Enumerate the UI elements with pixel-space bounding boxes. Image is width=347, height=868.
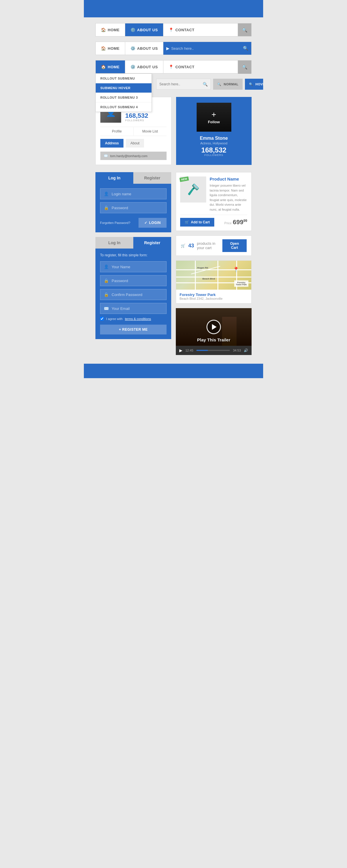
email-icon: ✉️ <box>104 154 108 158</box>
terms-text: I agree with <box>106 317 123 320</box>
map-card: Hogan Rd Beach Blvd Forestry Tower Park … <box>176 260 252 304</box>
follow-card: + Follow Emma Stone Actress, Hollywood 1… <box>176 97 252 165</box>
follow-role: Actress, Hollywood <box>200 142 228 145</box>
cart-icon-row: 🛒 <box>181 244 185 248</box>
cart-row: 🛒 43 products in your cart Open Cart <box>176 236 252 256</box>
price-amount: 69999 <box>233 219 247 225</box>
login-box: Log In Register 👤 🔒 Forgotten Password? <box>95 172 171 232</box>
map-info: Forestry Tower Park Beach Blvd 2342, Jac… <box>176 290 251 303</box>
lock-icon-reg: 🔒 <box>104 278 109 283</box>
check-icon: ✓ <box>144 221 148 225</box>
video-play-icon[interactable]: ▶ <box>179 348 183 353</box>
nav-search-btn-3[interactable]: 🔍 <box>238 60 251 74</box>
follow-photo: + Follow <box>197 103 231 132</box>
add-to-cart-btn[interactable]: 🛒 Add to Cart <box>180 218 214 226</box>
nav-home-1[interactable]: 🏠 HOME <box>96 24 125 36</box>
nav-bar-2: 🏠 HOME ⚙️ ABOUT US ▶ 🔍 <box>95 42 252 55</box>
road-v2 <box>217 261 218 290</box>
terms-link[interactable]: terms & conditions <box>125 317 151 320</box>
register-name-input[interactable] <box>112 265 163 269</box>
follow-text: Follow <box>208 120 220 124</box>
map-label-1: Hogan Rd <box>197 267 208 269</box>
volume-icon[interactable]: 🔊 <box>244 348 248 352</box>
tab-profile[interactable]: Profile <box>100 127 134 136</box>
follow-count-label: FOLLOWERS <box>204 154 223 157</box>
video-card: Play This Trailer ▶ 12:45 34:53 🔊 <box>176 308 252 355</box>
map-location-box: Forestry Tower Park <box>234 280 248 287</box>
video-progress-bar[interactable] <box>196 350 230 351</box>
nav-bar-1: 🏠 HOME ⚙️ ABOUT US 📍 CONTACT 🔍 <box>95 23 252 36</box>
search-arrow-icon: ▶ <box>166 46 169 51</box>
login-password-input[interactable] <box>112 206 163 210</box>
home-icon-1: 🏠 <box>101 28 106 32</box>
search-input-2[interactable] <box>171 46 241 51</box>
search-icon-hover: 🔍 <box>249 83 253 86</box>
search-icon-2[interactable]: 🔍 <box>243 46 248 51</box>
nav-aboutus-2[interactable]: ⚙️ ABOUT US <box>125 42 163 55</box>
nav-contact-3[interactable]: 📍 CONTACT <box>163 60 238 73</box>
cart-icon-btn: 🛒 <box>185 220 189 224</box>
register-confirm-input[interactable] <box>112 292 163 297</box>
profile-followers-label: FOLLOWERS <box>125 119 166 122</box>
open-cart-btn[interactable]: Open Cart <box>222 239 247 252</box>
dropdown-item-3[interactable]: ROLLOUT SUBMENU 3 <box>96 93 152 102</box>
gear-icon-3: ⚙️ <box>130 64 136 69</box>
register-email-input[interactable] <box>112 306 163 311</box>
nav-home-2[interactable]: 🏠 HOME <box>96 42 125 55</box>
nav-bar-1-section: 🏠 HOME ⚙️ ABOUT US 📍 CONTACT 🔍 <box>95 23 252 36</box>
dropdown-item-1[interactable]: ROLLOUT SUBMENU <box>96 74 152 83</box>
map-place-name: Forestry Tower Park <box>180 292 248 297</box>
btn-about[interactable]: About <box>126 139 144 148</box>
map-label-2: Beach Blvd <box>202 277 215 280</box>
login-btn[interactable]: ✓ LOGIN <box>138 218 166 228</box>
search-input-inline[interactable] <box>159 82 203 86</box>
top-bar <box>84 0 263 18</box>
gear-icon-1: ⚙️ <box>130 28 136 32</box>
play-triangle-icon <box>212 324 217 330</box>
search-inline-icon[interactable]: 🔍 <box>203 82 208 87</box>
register-password-input[interactable] <box>112 279 163 283</box>
price-display: Price 69999 <box>224 219 247 225</box>
product-desc: Integer posuere libero vel lacinia tempo… <box>210 183 247 212</box>
pin-icon-3: 📍 <box>168 64 174 69</box>
dropdown-item-2[interactable]: SUBMENU HOVER <box>96 83 152 93</box>
register-confirm-field: 🔒 <box>100 289 166 300</box>
video-controls: ▶ 12:45 34:53 🔊 <box>176 346 252 355</box>
play-btn[interactable] <box>207 320 221 334</box>
forgotten-password-text[interactable]: Forgotten Password? <box>100 221 130 224</box>
terms-row: I agree with terms & conditions <box>100 317 166 320</box>
video-thumbnail: Play This Trailer <box>176 308 252 346</box>
follow-count: 168,532 <box>201 147 226 154</box>
tab-login[interactable]: Log In <box>95 172 133 184</box>
nav-home-3[interactable]: 🏠 HOME <box>96 60 125 73</box>
lock-icon-confirm: 🔒 <box>104 292 109 297</box>
register-btn[interactable]: + REGISTER ME <box>100 324 166 335</box>
tab-movielist[interactable]: Movie List <box>134 127 166 136</box>
right-col: NEW 🪒 Product Name Integer posuere liber… <box>176 172 252 355</box>
user-icon-reg: 👤 <box>104 265 109 269</box>
map-address: Beach Blvd 2342, Jacksonville <box>180 297 248 300</box>
nav-bar-3: 🏠 HOME ⚙️ ABOUT US 📍 CONTACT 🔍 <box>95 60 252 73</box>
cart-items-text: products in your cart <box>197 241 222 250</box>
search-icon-normal: 🔍 <box>217 83 221 86</box>
nav-aboutus-3[interactable]: ⚙️ ABOUT US <box>125 60 163 73</box>
login-password-field: 🔒 <box>100 202 166 213</box>
tab-login-inactive[interactable]: Log In <box>95 237 133 249</box>
login-bottom: Forgotten Password? ✓ LOGIN <box>95 218 171 232</box>
nav-aboutus-1[interactable]: ⚙️ ABOUT US <box>125 24 163 36</box>
search-btn-normal[interactable]: 🔍 NORMAL <box>213 79 243 90</box>
nav-bar-3-section: 🏠 HOME ⚙️ ABOUT US 📍 CONTACT 🔍 ROLLOUT S… <box>95 60 252 73</box>
login-name-input[interactable] <box>112 192 163 196</box>
dropdown-item-4[interactable]: ROLLOUT SUBMENU 4 <box>96 102 152 112</box>
follow-overlay[interactable]: + Follow <box>197 103 231 132</box>
tab-register-inactive[interactable]: Register <box>133 172 171 184</box>
search-btn-hover[interactable]: 🔍 HOVER <box>245 79 263 90</box>
nav-search-btn-1[interactable]: 🔍 <box>238 24 251 36</box>
terms-checkbox[interactable] <box>100 317 104 320</box>
btn-address[interactable]: Address <box>100 139 124 148</box>
user-icon: 👤 <box>104 191 109 196</box>
profile-followers: 168,532 <box>125 113 166 119</box>
search-open-bar: ▶ 🔍 <box>163 42 251 55</box>
tab-register-active[interactable]: Register <box>133 237 171 249</box>
nav-contact-1[interactable]: 📍 CONTACT <box>163 24 238 36</box>
